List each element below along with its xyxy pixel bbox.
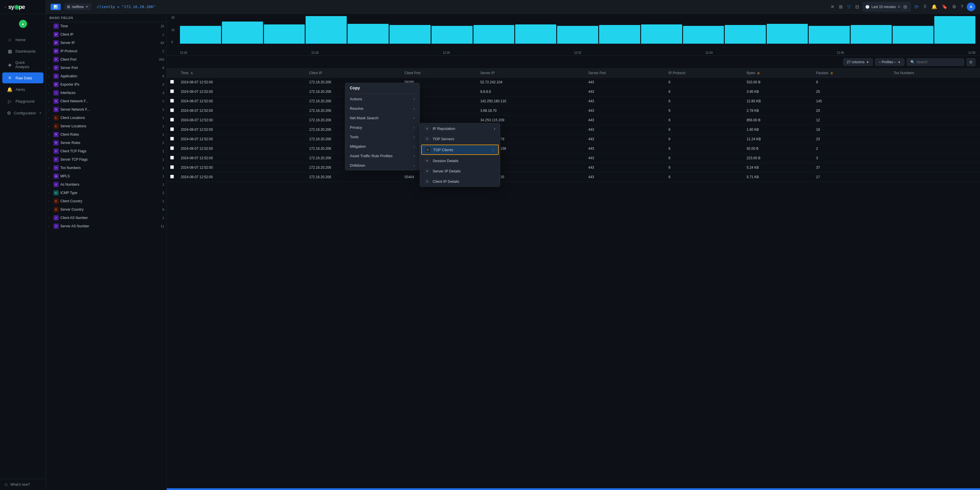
row-checkbox[interactable] (167, 87, 177, 97)
ctx-copy-item[interactable]: Copy (345, 83, 419, 93)
table-settings-button[interactable]: ⚙ (966, 58, 975, 66)
field-row[interactable]: › T Time 15 (46, 22, 167, 30)
field-row[interactable]: › L Server Locations 1 (46, 122, 167, 130)
field-row[interactable]: › M MPLS 1 (46, 172, 167, 180)
submenu-top-clients[interactable]: ⊞ TOP Clients ⋮ (421, 145, 499, 155)
table-btn[interactable]: ⊟ (854, 3, 860, 11)
col-time[interactable]: Time ⇅ (177, 69, 305, 78)
ctx-netmask[interactable]: Net Mask Search › (345, 113, 419, 123)
sidebar-item-playground[interactable]: ▷ Playground (2, 96, 43, 107)
sidebar-item-configuration[interactable]: ⚙ Configuration ▼ (2, 108, 43, 119)
submenu-client-ip-details[interactable]: ⊞ Client IP Details (420, 176, 500, 186)
sidebar-item-raw-data[interactable]: ≡ Raw Data (2, 72, 43, 83)
field-row[interactable]: › IP Server IP 62 (46, 39, 167, 47)
field-row[interactable]: › IP Exporter IPs 2 (46, 81, 167, 89)
time-range-selector[interactable]: 🕐 Last 15 minutes ✕ ⊞ (862, 2, 911, 12)
field-row[interactable]: › F Client TCP Flags 1 (46, 147, 167, 156)
ctx-actions[interactable]: Actions › (345, 94, 419, 104)
row-checkbox[interactable] (167, 78, 177, 87)
expand-time-btn[interactable]: ⊞ (902, 3, 908, 11)
field-row[interactable]: › I Interfaces 3 (46, 89, 167, 97)
submenu-session-details[interactable]: ⊞ Session Details (420, 156, 500, 166)
table-row[interactable]: 2024-08-07 12:52:00 172.16.20.206 57774 … (167, 125, 980, 135)
submenu-top-servers[interactable]: ⊞ TOP Servers (420, 134, 500, 144)
user-avatar[interactable]: A (967, 3, 975, 11)
table-row[interactable]: 2024-08-07 12:52:00 172.16.20.206 54932 … (167, 97, 980, 106)
table-row[interactable]: 2024-08-07 12:52:00 172.16.20.206 58203 … (167, 153, 980, 163)
row-checkbox[interactable] (167, 116, 177, 125)
sidebar-item-quick-analysis[interactable]: ◈ Quick Analysis (2, 57, 43, 72)
row-checkbox[interactable] (167, 125, 177, 135)
row-checkbox[interactable] (167, 163, 177, 172)
col-server-port[interactable]: Server Port (585, 69, 665, 78)
field-row[interactable]: › N Server Network F... 1 (46, 105, 167, 114)
col-packets[interactable]: Packets ⊞ (813, 69, 890, 78)
table-row[interactable]: 2024-08-07 12:52:00 172.16.20.206 57297 … (167, 106, 980, 116)
help-btn[interactable]: ? (959, 3, 964, 11)
field-row[interactable]: › IP IP Protocol 2 (46, 47, 167, 56)
close-time-btn[interactable]: ✕ (897, 5, 900, 9)
field-row[interactable]: › C Client Country 1 (46, 197, 167, 205)
field-row[interactable]: › P Client Port 255 (46, 56, 167, 64)
close-x-btn[interactable]: ✕ (829, 3, 835, 11)
row-checkbox[interactable] (167, 144, 177, 153)
settings-btn[interactable]: ⚙ (951, 3, 957, 11)
filter-btn[interactable]: ▽ (846, 3, 852, 11)
table-row[interactable]: 2024-08-07 12:52:00 172.16.20.206 55464 … (167, 172, 980, 182)
chart-mode-btn[interactable]: 📊 (51, 4, 60, 10)
notifications-btn[interactable]: 🔔 (930, 3, 938, 11)
row-checkbox[interactable] (167, 135, 177, 144)
datasource-selector[interactable]: ⊞ netflow ▼ (64, 3, 91, 10)
field-row[interactable]: › IP Client IP 1 (46, 30, 167, 39)
whats-new-link[interactable]: ⭮ What's new? (5, 482, 41, 487)
columns-button[interactable]: 27 columns ▼ (843, 58, 873, 66)
table-row[interactable]: 2024-08-07 12:52:00 172.16.20.206 57358 … (167, 116, 980, 125)
table-row[interactable]: 2024-08-07 12:52:00 172.16.20.206 65094 … (167, 163, 980, 172)
field-row[interactable]: › # Tos Numbers 1 (46, 164, 167, 172)
refresh-btn[interactable]: ⟳ (913, 3, 920, 11)
search-input[interactable] (916, 60, 961, 64)
table-row[interactable]: 2024-08-07 12:52:00 172.16.20.206 63634 … (167, 135, 980, 144)
col-ip-protocol[interactable]: IP Protocol (665, 69, 743, 78)
field-row[interactable]: › IC ICMP Type 2 (46, 189, 167, 197)
col-tos[interactable]: Tos Numbers (890, 69, 980, 78)
submenu-ip-reputation[interactable]: ⊞ IP Reputation › (420, 123, 500, 134)
field-row[interactable]: › # Client AS Number 1 (46, 214, 167, 222)
col-client-ip[interactable]: Client IP (305, 69, 401, 78)
row-checkbox[interactable] (167, 153, 177, 163)
sidebar-item-dashboards[interactable]: ▦ Dashboards (2, 46, 43, 57)
expand-btn[interactable]: ⊞ (838, 3, 844, 11)
col-server-ip[interactable]: Server IP (477, 69, 585, 78)
field-row[interactable]: › A Application 6 (46, 72, 167, 81)
row-checkbox[interactable] (167, 97, 177, 106)
bookmarks-btn[interactable]: 🔖 (940, 3, 949, 11)
table-row[interactable]: 2024-08-07 12:52:00 172.16.20.206 58256 … (167, 87, 980, 97)
back-arrow[interactable]: ‹ (5, 5, 6, 9)
profiles-button[interactable]: – Profiles – ▼ (875, 58, 904, 66)
field-row[interactable]: › L Client Locations 1 (46, 114, 167, 122)
field-row[interactable]: › R Client Roles 1 (46, 130, 167, 139)
more-options-icon[interactable]: ⋮ (491, 148, 495, 152)
table-row[interactable]: 2024-08-07 12:52:00 172.16.20.206 57276 … (167, 144, 980, 153)
col-bytes[interactable]: Bytes ⊞ (743, 69, 813, 78)
ctx-privacy[interactable]: Privacy › (345, 123, 419, 132)
ctx-resolve[interactable]: Resolve › (345, 104, 419, 113)
col-client-port[interactable]: Client Port (401, 69, 477, 78)
field-row[interactable]: › # As Numbers 1 (46, 180, 167, 189)
ctx-asset-profiles[interactable]: Asset Traffic Rule Profiles › (345, 151, 419, 161)
ctx-drilldown[interactable]: Drilldown › (345, 161, 419, 170)
apps-btn[interactable]: ⠿ (922, 3, 928, 11)
ctx-tools[interactable]: Tools › (345, 132, 419, 142)
field-row[interactable]: › C Server Country 6 (46, 205, 167, 214)
table-search-box[interactable]: 🔍 (907, 58, 964, 66)
submenu-server-ip-details[interactable]: ⊞ Server IP Details (420, 166, 500, 176)
field-row[interactable]: › R Server Roles 2 (46, 139, 167, 147)
row-checkbox[interactable] (167, 172, 177, 182)
table-row[interactable]: 2024-08-07 12:52:00 172.16.20.206 58285 … (167, 78, 980, 87)
sidebar-item-alerts[interactable]: 🔔 Alerts (2, 84, 43, 95)
field-row[interactable]: › F Server TCP Flags 1 (46, 156, 167, 164)
ctx-mitigation[interactable]: Mitigation › (345, 142, 419, 151)
field-row[interactable]: › P Server Port 6 (46, 64, 167, 72)
sidebar-item-home[interactable]: ⌂ Home (2, 34, 43, 45)
field-row[interactable]: › # Server AS Number 11 (46, 222, 167, 231)
